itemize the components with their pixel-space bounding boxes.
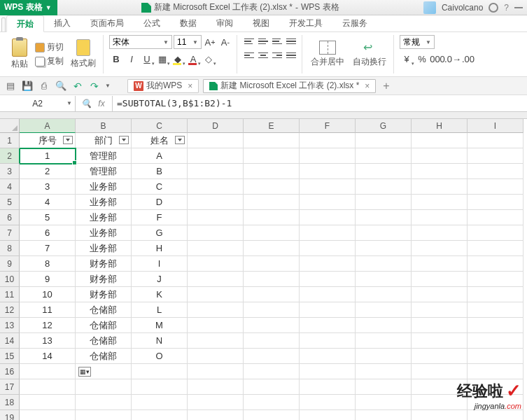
formatpainter-button[interactable]: 格式刷 — [68, 38, 99, 71]
cell[interactable] — [468, 410, 524, 420]
cell[interactable] — [244, 272, 300, 287]
align-left[interactable] — [243, 49, 255, 62]
cell[interactable]: 业务部 — [76, 225, 132, 241]
font-color-button[interactable]: A▾ — [186, 52, 200, 66]
filter-button[interactable] — [63, 136, 73, 144]
cell[interactable] — [468, 302, 524, 318]
insert-function-button[interactable]: 🔍 — [80, 97, 92, 110]
cell[interactable] — [412, 349, 468, 364]
minimize-icon[interactable] — [514, 7, 523, 8]
cell[interactable] — [412, 364, 468, 379]
row-header[interactable]: 7 — [0, 225, 20, 241]
new-tab-button[interactable]: + — [380, 80, 392, 92]
cell[interactable]: 3 — [20, 179, 76, 195]
cell[interactable]: O — [132, 349, 188, 364]
cell[interactable] — [188, 333, 244, 349]
cell[interactable] — [188, 164, 244, 179]
row-header[interactable]: 3 — [0, 164, 20, 179]
currency-button[interactable]: ¥▾ — [400, 52, 414, 66]
cell[interactable] — [356, 241, 412, 256]
row-header[interactable]: 4 — [0, 179, 20, 195]
cell[interactable] — [412, 133, 468, 148]
cell[interactable]: 10 — [20, 287, 76, 302]
tab-pagelayout[interactable]: 页面布局 — [80, 15, 134, 31]
gear-icon[interactable] — [489, 3, 498, 13]
row-header[interactable]: 12 — [0, 302, 20, 318]
cell[interactable] — [356, 164, 412, 179]
cell[interactable] — [468, 179, 524, 195]
cell[interactable] — [132, 364, 188, 379]
cell[interactable]: ▦▾ — [76, 364, 132, 379]
decrease-decimal[interactable]: .00 — [461, 52, 475, 66]
cell[interactable] — [412, 302, 468, 318]
cell[interactable] — [244, 241, 300, 256]
cell[interactable] — [468, 241, 524, 256]
cell[interactable] — [188, 241, 244, 256]
cell[interactable] — [356, 349, 412, 364]
fill-color-button[interactable]: ◆▾ — [171, 52, 185, 66]
cell[interactable]: I — [132, 256, 188, 272]
cell[interactable] — [412, 256, 468, 272]
cell[interactable] — [412, 179, 468, 195]
row-header[interactable]: 19 — [0, 410, 20, 420]
wrap-button[interactable]: 自动换行 — [350, 39, 389, 69]
cell[interactable]: 仓储部 — [76, 318, 132, 333]
cell[interactable]: 财务部 — [76, 272, 132, 287]
cell[interactable] — [300, 333, 356, 349]
tab-review[interactable]: 审阅 — [206, 15, 243, 31]
cell[interactable] — [468, 148, 524, 164]
cell[interactable] — [188, 379, 244, 395]
qa-dropdown[interactable]: ▼ — [105, 83, 111, 89]
cell[interactable] — [188, 133, 244, 148]
cell[interactable]: 4 — [20, 195, 76, 210]
cell[interactable] — [468, 364, 524, 379]
column-header-B[interactable]: B — [76, 119, 132, 133]
cell[interactable]: 业务部 — [76, 195, 132, 210]
grow-font-button[interactable]: A+ — [203, 35, 217, 49]
cell[interactable] — [300, 364, 356, 379]
column-header-H[interactable]: H — [412, 119, 468, 133]
cell[interactable] — [468, 287, 524, 302]
cell[interactable] — [412, 272, 468, 287]
cell[interactable] — [188, 148, 244, 164]
new-button[interactable]: ▤ — [4, 80, 17, 92]
filter-button[interactable] — [119, 136, 129, 144]
paste-options-button[interactable]: ▦▾ — [78, 367, 91, 377]
close-icon[interactable]: × — [365, 81, 370, 91]
cell[interactable] — [76, 395, 132, 410]
tab-developer[interactable]: 开发工具 — [279, 15, 332, 31]
cell[interactable]: 财务部 — [76, 256, 132, 272]
column-header-F[interactable]: F — [300, 119, 356, 133]
cell[interactable] — [76, 410, 132, 420]
cell[interactable] — [244, 148, 300, 164]
print-button[interactable]: ⎙ — [38, 80, 50, 92]
cell[interactable] — [300, 256, 356, 272]
cell[interactable] — [244, 302, 300, 318]
cell[interactable] — [188, 318, 244, 333]
save-button[interactable]: 💾 — [21, 80, 34, 92]
cell[interactable]: A — [132, 148, 188, 164]
cell[interactable]: 6 — [20, 225, 76, 241]
cell[interactable] — [468, 210, 524, 225]
row-header[interactable]: 16 — [0, 364, 20, 379]
percent-button[interactable]: % — [415, 52, 429, 66]
cell[interactable] — [132, 379, 188, 395]
cell[interactable] — [188, 395, 244, 410]
cell[interactable] — [356, 318, 412, 333]
cell[interactable]: 9 — [20, 272, 76, 287]
row-header[interactable]: 1 — [0, 133, 20, 148]
cell[interactable] — [412, 195, 468, 210]
column-header-I[interactable]: I — [468, 119, 524, 133]
tab-cloud[interactable]: 云服务 — [332, 15, 377, 31]
bold-button[interactable]: B — [109, 52, 123, 66]
paste-button[interactable]: 粘贴 — [8, 37, 31, 71]
cell[interactable] — [356, 148, 412, 164]
cell[interactable] — [188, 256, 244, 272]
cell[interactable] — [300, 133, 356, 148]
cell[interactable] — [300, 287, 356, 302]
align-middle[interactable] — [257, 35, 269, 48]
tab-insert[interactable]: 插入 — [44, 15, 80, 31]
print-preview-button[interactable]: 🔍 — [55, 80, 67, 92]
cell[interactable] — [244, 333, 300, 349]
help-icon[interactable]: ? — [504, 3, 509, 13]
